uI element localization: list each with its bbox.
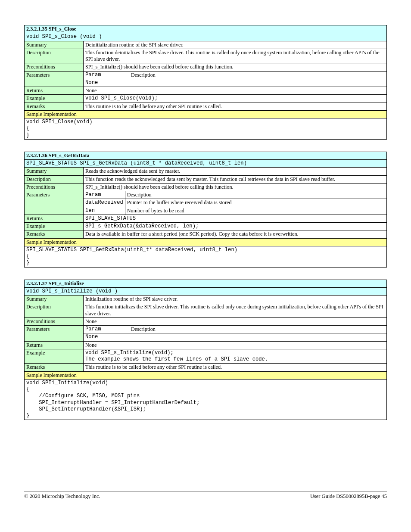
sample-header: Sample Implementation: [25, 371, 387, 379]
row-label: Returns: [25, 87, 84, 95]
row-label: Remarks: [25, 230, 84, 238]
param-name: None: [84, 79, 129, 87]
row-label: Parameters: [25, 326, 84, 342]
param-name: Param: [84, 191, 125, 199]
row-value: void SPI_s_Close(void);: [84, 95, 387, 103]
sample-code: void SPI1_Close(void) { }: [25, 118, 387, 140]
api-block-close: 2.3.2.1.35 SPI_s_Close void SPI_s_Close …: [24, 25, 387, 140]
footer-right: User Guide DS50002895B-page 45: [310, 493, 387, 500]
block-title: 2.3.2.1.36 SPI_s_GetRxData: [25, 152, 387, 159]
row-value: This function deinitializes the SPI slav…: [84, 49, 387, 63]
sample-header: Sample Implementation: [25, 110, 387, 118]
row-label: Remarks: [25, 364, 84, 371]
param-desc: Description: [129, 326, 387, 333]
row-label: Parameters: [25, 191, 84, 215]
row-label: Preconditions: [25, 63, 84, 71]
param-desc: Pointer to the buffer where received dat…: [125, 199, 386, 207]
footer-left: © 2020 Microchip Technology Inc.: [24, 493, 100, 500]
row-value: None: [84, 317, 387, 325]
row-label: Summary: [25, 168, 84, 175]
row-label: Example: [25, 223, 84, 230]
sample-header: Sample Implementation: [25, 238, 387, 246]
page-content: 2.3.2.1.35 SPI_s_Close void SPI_s_Close …: [0, 0, 411, 420]
row-label: Example: [25, 95, 84, 103]
param-name: len: [84, 207, 125, 215]
row-label: Returns: [25, 215, 84, 222]
row-label: Remarks: [25, 103, 84, 110]
sample-code: void SPI1_Initialize(void) { //Configure…: [25, 379, 387, 420]
row-label: Description: [25, 303, 84, 318]
row-value: Reads the acknowledged data sent by mast…: [84, 168, 387, 175]
block-title: 2.3.2.1.37 SPI_s_Initialize: [25, 280, 387, 287]
row-label: Example: [25, 349, 84, 364]
block-prototype: SPI_SLAVE_STATUS SPI_s_GetRxData (uint8_…: [25, 160, 387, 168]
row-value: SPI_s_Initialize() should have been call…: [84, 183, 387, 191]
row-value: This function reads the acknowledged dat…: [84, 175, 387, 183]
row-label: Preconditions: [25, 317, 84, 325]
api-block-initialize: 2.3.2.1.37 SPI_s_Initialize void SPI_s_I…: [24, 280, 387, 420]
row-label: Parameters: [25, 71, 84, 87]
param-desc: Description: [125, 191, 386, 199]
row-value: This function initializes the SPI slave …: [84, 303, 387, 318]
row-label: Description: [25, 175, 84, 183]
param-desc: [129, 333, 387, 341]
api-block-getrxdata: 2.3.2.1.36 SPI_s_GetRxData SPI_SLAVE_STA…: [24, 152, 387, 268]
param-name: Param: [84, 71, 129, 79]
row-label: Summary: [25, 296, 84, 303]
param-desc: Description: [129, 71, 387, 79]
row-label: Summary: [25, 41, 84, 49]
block-prototype: void SPI_s_Close (void ): [25, 33, 387, 41]
param-name: Param: [84, 326, 129, 333]
row-value: SPI_SLAVE_STATUS: [84, 215, 387, 222]
row-value: This routine is to be called before any …: [84, 364, 387, 371]
row-value: Deinitialization routine of the SPI slav…: [84, 41, 387, 49]
sample-code: SPI_SLAVE_STATUS SPI1_GetRxData(uint8_t*…: [25, 246, 387, 267]
row-value: None: [84, 87, 387, 95]
row-value: This routine is to be called before any …: [84, 103, 387, 110]
param-desc: Number of bytes to be read: [125, 207, 386, 215]
param-name: dataReceived: [84, 199, 125, 207]
page-footer: © 2020 Microchip Technology Inc. User Gu…: [24, 491, 387, 500]
row-value: Data is available in buffer for a short …: [84, 230, 387, 238]
block-prototype: void SPI_s_Initialize (void ): [25, 287, 387, 295]
row-value: Initialization routine of the SPI slave …: [84, 296, 387, 303]
param-desc: [129, 79, 387, 87]
row-value: SPI_s_Initialize() should have been call…: [84, 63, 387, 71]
param-name: None: [84, 333, 129, 341]
row-value: None: [84, 341, 387, 349]
row-label: Returns: [25, 341, 84, 349]
row-value: void SPI_s_Initialize(void); The example…: [84, 349, 387, 364]
block-title: 2.3.2.1.35 SPI_s_Close: [25, 25, 387, 33]
row-label: Description: [25, 49, 84, 63]
row-label: Preconditions: [25, 183, 84, 191]
row-value: SPI_s_GetRxData(&dataReceived, len);: [84, 223, 387, 230]
